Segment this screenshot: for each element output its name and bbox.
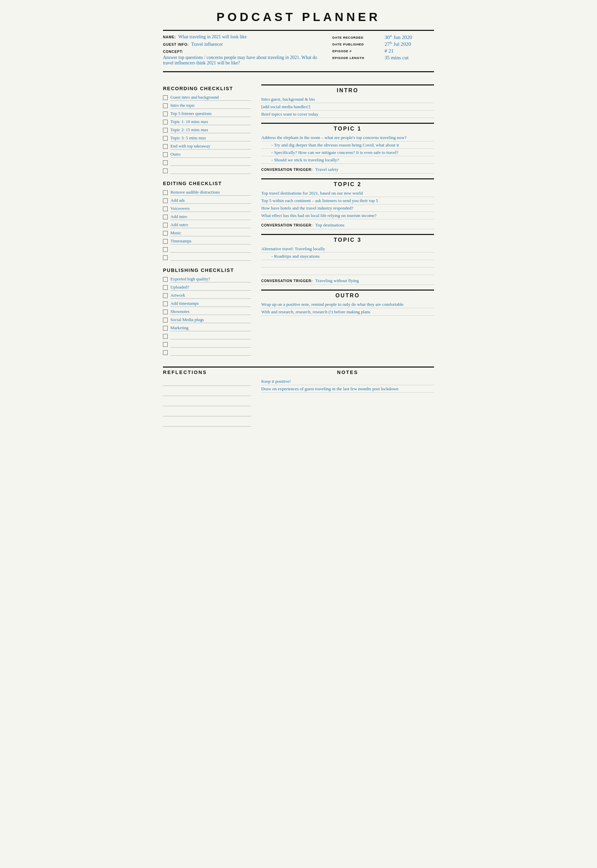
list-item[interactable]: Add timestamps — [163, 300, 251, 308]
checkbox[interactable] — [163, 350, 168, 355]
list-item[interactable]: Voiceovers — [163, 205, 251, 213]
publishing-checklist: Exported high quality?Uploaded?ArtworkAd… — [163, 275, 251, 356]
checklist-item-text: Social Media plugs — [171, 317, 251, 323]
checklist-item-text: End with top takeaway — [171, 144, 251, 149]
reflections-title: REFLECTIONS — [163, 369, 251, 375]
checkbox[interactable] — [163, 207, 168, 211]
content-line: Top travel destinations for 2021, based … — [261, 189, 434, 197]
checkbox[interactable] — [163, 247, 168, 252]
checkbox[interactable] — [163, 342, 168, 347]
checkbox[interactable] — [163, 214, 168, 219]
checkbox[interactable] — [163, 112, 168, 116]
date-recorded-label: DATE RECORDED — [333, 36, 382, 39]
content-line: Brief topics want to cover today — [261, 110, 434, 118]
reflection-line — [163, 408, 251, 416]
list-item[interactable]: Topic 2: 15 mins max — [163, 127, 251, 134]
content-line: - Roadtrips and staycations — [261, 253, 434, 260]
checklist-item-text: Shownotes — [171, 309, 251, 315]
topic3-section: Alternative travel: Traveling locally- R… — [261, 245, 434, 275]
checkbox[interactable] — [163, 239, 168, 244]
checkbox[interactable] — [163, 277, 168, 282]
checkbox[interactable] — [163, 301, 168, 306]
content-line: [add social media handles!] — [261, 103, 434, 110]
content-line: - Try and dig deeper than the obvious re… — [261, 141, 434, 149]
checkbox[interactable] — [163, 95, 168, 100]
list-item[interactable]: Guest intro and background — [163, 94, 251, 101]
list-item[interactable]: Outro — [163, 151, 251, 158]
list-item[interactable]: Timestamps — [163, 238, 251, 245]
checkbox[interactable] — [163, 152, 168, 157]
checkbox[interactable] — [163, 231, 168, 236]
checklist-item-text: Outro — [171, 152, 251, 158]
checkbox[interactable] — [163, 168, 168, 173]
concept-field: CONCEPT: Answer top questions / concerns… — [163, 49, 325, 66]
checkbox[interactable] — [163, 318, 168, 322]
list-item[interactable]: Add intro — [163, 213, 251, 221]
list-item[interactable]: Social Media plugs — [163, 316, 251, 324]
list-item[interactable]: Add ads — [163, 197, 251, 204]
checkbox[interactable] — [163, 190, 168, 195]
checklist-item-text — [171, 168, 251, 174]
checklist-item-text — [171, 350, 251, 356]
content-line: Address the elephant in the room – what … — [261, 134, 434, 141]
list-item[interactable]: Uploaded? — [163, 284, 251, 291]
topic2-trigger: CONVERSATION TRIGGER: Top destinations — [261, 222, 434, 229]
outro-title: OUTRO — [261, 290, 434, 299]
list-item[interactable]: Exported high quality? — [163, 275, 251, 283]
list-item[interactable]: Topic 3: 5 mins max — [163, 135, 251, 142]
concept-label: CONCEPT: — [163, 50, 183, 54]
checkbox[interactable] — [163, 120, 168, 124]
guest-label: GUEST INFO: — [163, 43, 189, 46]
list-item[interactable] — [163, 159, 251, 167]
list-item[interactable]: Topic 1: 10 mins max — [163, 118, 251, 126]
list-item[interactable] — [163, 254, 251, 261]
header-section: NAME: What traveling in 2021 will look l… — [163, 30, 434, 72]
list-item[interactable]: Add outro — [163, 222, 251, 229]
list-item[interactable] — [163, 349, 251, 356]
checkbox[interactable] — [163, 326, 168, 331]
checkbox[interactable] — [163, 103, 168, 108]
checklist-item-text: Exported high quality? — [171, 277, 251, 283]
list-item[interactable]: Intro the topic — [163, 102, 251, 110]
content-line: How have hotels and the travel industry … — [261, 204, 434, 212]
checkbox[interactable] — [163, 198, 168, 203]
checklist-item-text: Add ads — [171, 198, 251, 204]
checkbox[interactable] — [163, 334, 168, 339]
list-item[interactable]: End with top takeaway — [163, 143, 251, 150]
topic3-title: TOPIC 3 — [261, 234, 434, 243]
editing-checklist: Remove audible distractionsAdd adsVoiceo… — [163, 189, 251, 261]
list-item[interactable]: Marketing — [163, 325, 251, 332]
checklist-item-text: Remove audible distractions — [171, 190, 251, 196]
notes-title: NOTES — [261, 369, 434, 375]
list-item[interactable]: Remove audible distractions — [163, 189, 251, 196]
list-item[interactable]: Music — [163, 229, 251, 237]
checkbox[interactable] — [163, 255, 168, 260]
content-line: What effect has this had on local life r… — [261, 212, 434, 219]
content-line — [261, 268, 434, 275]
checkbox[interactable] — [163, 293, 168, 298]
checkbox[interactable] — [163, 285, 168, 290]
checklist-item-text: Add intro — [171, 214, 251, 220]
name-label: NAME: — [163, 35, 176, 39]
list-item[interactable] — [163, 167, 251, 175]
topic3-trigger-value: Traveling without flying — [315, 278, 359, 283]
topic1-title: TOPIC 1 — [261, 123, 434, 132]
checkbox[interactable] — [163, 223, 168, 228]
name-value: What traveling in 2021 will look like — [178, 34, 247, 39]
list-item[interactable] — [163, 341, 251, 348]
list-item[interactable]: Artwork — [163, 292, 251, 299]
list-item[interactable] — [163, 246, 251, 253]
checkbox[interactable] — [163, 144, 168, 149]
checkbox[interactable] — [163, 136, 168, 141]
episode-length-label: EPISODE LENGTH — [333, 56, 382, 60]
publishing-checklist-title: PUBLISHING CHECKLIST — [163, 268, 251, 273]
checkbox[interactable] — [163, 160, 168, 165]
content-line: With and research, research, research (!… — [261, 308, 434, 316]
checkbox[interactable] — [163, 310, 168, 314]
checklist-item-text: Add timestamps — [171, 301, 251, 307]
list-item[interactable] — [163, 333, 251, 340]
list-item[interactable]: Top 5 listener questions — [163, 110, 251, 118]
list-item[interactable]: Shownotes — [163, 308, 251, 316]
outro-section: Wrap up on a positive note, remind peopl… — [261, 301, 434, 316]
checkbox[interactable] — [163, 128, 168, 133]
